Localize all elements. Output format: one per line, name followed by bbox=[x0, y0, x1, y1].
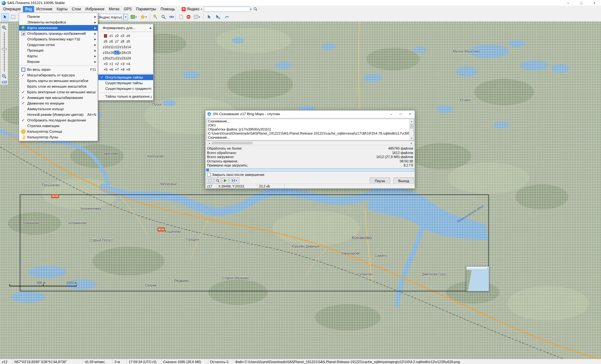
menu-layers[interactable]: Слои bbox=[70, 6, 83, 12]
zoom-to-selection-button[interactable] bbox=[214, 177, 221, 184]
zoom-token[interactable]: z19 bbox=[125, 51, 131, 54]
dialog-maximize-button[interactable]: □ bbox=[396, 110, 405, 117]
menu-item-projection[interactable]: Проекция▶ bbox=[19, 48, 98, 53]
dialog-minimize-button[interactable]: – bbox=[386, 110, 396, 117]
menu-maps[interactable]: Карты bbox=[54, 6, 70, 12]
zoom-in-button[interactable] bbox=[1, 24, 8, 31]
zoom-token[interactable]: z18 bbox=[120, 51, 125, 54]
zoom-token[interactable]: +4 bbox=[125, 62, 131, 66]
menu-operations[interactable]: Операции bbox=[1, 6, 23, 12]
select-tool-button[interactable] bbox=[1, 13, 9, 21]
menu-item-inertial-movement[interactable]: ✓Движение по инерции bbox=[19, 100, 98, 106]
zoom-token[interactable]: z12 bbox=[114, 45, 120, 49]
menu-favorites[interactable]: Избранное bbox=[83, 6, 106, 12]
menu-placemarks[interactable]: Метки bbox=[106, 6, 122, 12]
menu-item-maps[interactable]: Карты▶ bbox=[19, 53, 98, 59]
menu-item-degree-grid[interactable]: Градусная сетка▶ bbox=[19, 42, 98, 48]
search-go-button[interactable] bbox=[252, 6, 259, 12]
zoom-token-selected[interactable]: z17 bbox=[114, 51, 120, 54]
download-log-area[interactable]: Скачивание... (Ok!) Обработка файла: [z1… bbox=[207, 119, 414, 141]
zoom-token[interactable]: z21 bbox=[108, 56, 114, 60]
menu-item-navigation-arrow[interactable]: Стрелка навигации bbox=[19, 123, 98, 129]
zoom-token[interactable]: +5 bbox=[103, 68, 108, 71]
scroll-left-icon[interactable]: ◄ bbox=[207, 141, 211, 145]
zoom-token[interactable]: z24 bbox=[125, 56, 131, 60]
nav-tool-1-button[interactable] bbox=[205, 13, 213, 21]
permalink-button[interactable] bbox=[168, 13, 175, 21]
scroll-right-icon[interactable]: ► bbox=[409, 141, 414, 145]
menu-item-versions[interactable]: Версии▶ bbox=[19, 59, 98, 64]
zoom-token[interactable]: z14 bbox=[125, 45, 131, 49]
favorites-dropdown-icon[interactable]: ▾ bbox=[144, 13, 148, 21]
checkbox[interactable] bbox=[207, 173, 211, 177]
zoom-token[interactable]: z13 bbox=[120, 45, 125, 49]
selection-tool-button[interactable] bbox=[207, 177, 214, 184]
zoom-out-button[interactable] bbox=[1, 73, 8, 79]
zoom-token[interactable]: z10 bbox=[103, 45, 108, 49]
submenu-item-existing-tiles[interactable]: Существующие тайлы bbox=[98, 80, 153, 86]
zoom-token[interactable]: +3 bbox=[120, 62, 125, 66]
zoom-token[interactable]: z8 bbox=[120, 39, 125, 43]
save-session-button[interactable]: ▾ bbox=[229, 177, 239, 184]
exit-button[interactable]: Выход bbox=[393, 177, 414, 184]
menu-help[interactable]: Помощь bbox=[158, 6, 177, 12]
close-button[interactable]: × bbox=[588, 0, 601, 6]
menu-item-interface-elements[interactable]: Элементы интерфейса▶ bbox=[19, 19, 98, 25]
zoom-token[interactable]: +2 bbox=[114, 62, 120, 66]
zoom-token[interactable]: z11 bbox=[108, 45, 114, 49]
zoom-token[interactable]: +0 bbox=[103, 62, 108, 66]
menu-item-azimuth-ring[interactable]: Азимутальное кольцо bbox=[19, 106, 98, 112]
zoom-token[interactable]: z15 bbox=[103, 51, 108, 54]
menu-source[interactable]: Источник bbox=[34, 6, 54, 12]
tile-grid-dropdown-icon[interactable]: ▾ bbox=[197, 13, 201, 21]
zoom-token[interactable]: z23 bbox=[120, 56, 125, 60]
menu-item-panels[interactable]: Панели▶ bbox=[19, 14, 98, 19]
submenu-item-generate-for[interactable]: Формировать для...▶ bbox=[98, 25, 153, 31]
menu-item-moon-calculator[interactable]: Калькулятор Луны bbox=[19, 134, 98, 140]
menu-item-vector-from-lower-zooms[interactable]: ✓Брать векторные слои из меньших масштаб… bbox=[19, 89, 98, 95]
zoom-token[interactable]: z1 bbox=[108, 34, 114, 38]
close-after-finish-row[interactable]: Закрыть окно после завершения bbox=[207, 173, 264, 177]
zoom-token[interactable]: +6 bbox=[108, 68, 114, 71]
search-dropdown-icon[interactable]: ▾ bbox=[250, 8, 251, 11]
placemark-button[interactable] bbox=[152, 13, 159, 21]
menu-item-maps-from-lower-zooms[interactable]: Брать карты из меньших масштабов bbox=[19, 78, 98, 84]
geocoder-selector[interactable]: Я Яндекс ▾ bbox=[182, 7, 202, 11]
log-vertical-scrollbar[interactable]: ▲ ▼ bbox=[409, 119, 414, 140]
zoom-token[interactable]: +8 bbox=[120, 68, 125, 71]
zoom-token[interactable]: z3 bbox=[120, 34, 125, 38]
menu-item-night-mode[interactable]: Ночной режим (Инверсия цветов)Alt+N bbox=[19, 112, 98, 117]
zoom-token[interactable]: +9 bbox=[125, 68, 131, 71]
menu-gps[interactable]: GPS bbox=[122, 6, 134, 12]
submenu-item-missing-tiles[interactable]: ✓Отсутствующие тайлы bbox=[98, 74, 153, 80]
menu-view[interactable]: Вид bbox=[23, 6, 34, 12]
zoom-token[interactable]: z7 bbox=[114, 39, 120, 43]
start-button[interactable] bbox=[222, 177, 229, 184]
zoom-token[interactable]: +1 bbox=[108, 62, 114, 66]
layers-dropdown-icon[interactable]: ▾ bbox=[134, 13, 138, 21]
menu-item-show-last-selection[interactable]: ✓Отображать последнее выделение bbox=[19, 117, 98, 123]
minimize-button[interactable]: – bbox=[562, 0, 575, 6]
menu-item-fullscreen[interactable]: Во весь экранF11 bbox=[19, 67, 98, 72]
map-source-combo-arrow[interactable]: ▾ bbox=[123, 14, 128, 20]
nav-tool-3-button[interactable] bbox=[223, 13, 231, 21]
dialog-close-button[interactable]: × bbox=[405, 110, 415, 117]
zoom-token[interactable]: z22 bbox=[114, 56, 120, 60]
copy-view-button[interactable] bbox=[177, 13, 185, 21]
zoom-token[interactable]: z2 bbox=[114, 34, 120, 38]
zoom-slider-handle[interactable] bbox=[2, 48, 7, 50]
zoom-token[interactable]: z9 bbox=[125, 39, 131, 43]
menu-item-layers-from-lower-zooms[interactable]: Брать слои из меньших масштабов bbox=[19, 84, 98, 89]
minimap-close-icon[interactable]: × bbox=[487, 267, 488, 269]
minimap-panel[interactable]: × bbox=[466, 266, 489, 291]
menu-parameters[interactable]: Параметры bbox=[134, 6, 158, 12]
maximize-button[interactable]: □ bbox=[575, 0, 588, 6]
zoom-region-button[interactable] bbox=[160, 13, 167, 21]
zoom-token[interactable]: z5 bbox=[103, 39, 108, 43]
zoom-slider[interactable] bbox=[2, 32, 6, 72]
zoom-token[interactable]: z4 bbox=[125, 34, 131, 38]
menu-item-zoom-animation[interactable]: ✓Анимация при масштабировании bbox=[19, 95, 98, 100]
search-input[interactable] bbox=[204, 7, 250, 12]
scrollbar-thumb[interactable] bbox=[410, 124, 413, 129]
submenu-item-tiles-date-range[interactable]: Тайлы только в диапазоне дат bbox=[98, 94, 153, 99]
